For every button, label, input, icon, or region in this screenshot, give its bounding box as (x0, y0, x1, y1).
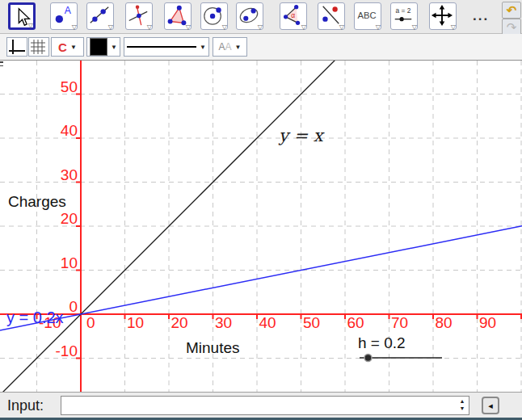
color-swatch-black (90, 38, 107, 56)
input-history-spinner[interactable]: ▲ ▼ (457, 397, 467, 414)
point-capturing-dropdown[interactable]: C ▼ (51, 37, 84, 57)
svg-text:A: A (65, 5, 72, 16)
polygon-icon (166, 4, 188, 27)
y-tick-label: -10 (56, 342, 78, 359)
circle-icon (202, 4, 225, 27)
ellipse-tool-button[interactable]: ▽ (236, 2, 263, 30)
tool-dropdown-icon[interactable]: ▽ (222, 24, 227, 31)
tool-dropdown-icon[interactable]: ▽ (376, 24, 381, 31)
style-bar: C ▼ ▼ ▼ AA ▼ (0, 34, 522, 61)
graphics-view[interactable]: -100102030405060708090-1001020304050 y =… (0, 61, 522, 392)
label-y-equals-x[interactable]: y = x (278, 126, 325, 145)
x-tick-label: 70 (391, 314, 408, 331)
slider-icon: a = 2 (392, 4, 415, 27)
move-graphics-tool-button[interactable]: ▽ (429, 2, 457, 30)
more-tools-button[interactable]: ... (473, 8, 489, 24)
tool-dropdown-icon[interactable]: ▽ (186, 24, 191, 31)
redo-button[interactable]: ↷ (502, 19, 521, 36)
y-tick-label: 30 (61, 166, 78, 183)
perpendicular-line-icon (127, 4, 149, 27)
caret-down-icon: ▼ (200, 44, 206, 51)
svg-text:a = 2: a = 2 (396, 6, 411, 15)
caret-down-icon: ▼ (70, 44, 77, 51)
y-tick-label: 50 (61, 78, 78, 95)
y-tick-label: 10 (61, 254, 78, 271)
text-tool-button[interactable]: ABC ▽ (354, 2, 381, 30)
tool-dropdown-icon[interactable]: ▽ (72, 24, 77, 31)
line-tool-button[interactable]: ▽ (86, 2, 114, 30)
angle-icon: α (281, 4, 304, 27)
tool-dropdown-icon[interactable]: ▽ (108, 24, 113, 31)
undo-icon: ↶ (507, 3, 517, 17)
svg-text:α: α (291, 11, 295, 19)
label-y-equals-0.2x[interactable]: y = 0.2x (6, 309, 64, 326)
input-label: Input: (7, 397, 44, 414)
spinner-up-icon[interactable]: ▲ (457, 397, 467, 405)
line-icon (88, 4, 111, 27)
color-dropdown[interactable]: ▼ (86, 37, 120, 57)
axes-icon (7, 38, 27, 56)
tool-dropdown-icon[interactable]: ▽ (258, 24, 263, 31)
tool-dropdown-icon[interactable]: ▽ (147, 24, 152, 31)
x-tick-label: 30 (215, 314, 232, 331)
main-toolbar: ▽ A ▽ ▽ ▽ ▽ (0, 0, 522, 34)
slider-tool-button[interactable]: a = 2 ▽ (390, 2, 418, 30)
y-tick-label: 20 (61, 210, 78, 227)
graph-canvas: -100102030405060708090-1001020304050 y =… (0, 61, 522, 392)
line-style-sample (127, 46, 196, 48)
point-tool-button[interactable]: A ▽ (50, 2, 78, 30)
line-style-dropdown[interactable]: ▼ (124, 37, 209, 57)
x-axis-title[interactable]: Minutes (186, 339, 240, 356)
circle-tool-button[interactable]: ▽ (200, 2, 228, 30)
x-tick-label: 20 (171, 314, 188, 331)
x-tick-label: 50 (303, 314, 320, 331)
caret-down-icon: ▼ (235, 44, 242, 51)
input-bar: Input: ▲ ▼ ◂ (0, 392, 522, 418)
x-tick-label: 40 (259, 314, 276, 331)
x-tick-label: 80 (436, 314, 453, 331)
tick-label-layer: -100102030405060708090-1001020304050 (39, 78, 496, 359)
tool-dropdown-icon[interactable]: ▽ (339, 24, 344, 31)
x-tick-label: 60 (347, 314, 364, 331)
spinner-down-icon[interactable]: ▼ (457, 405, 467, 412)
angle-tool-button[interactable]: α ▽ (280, 2, 307, 30)
show-grid-button[interactable] (28, 37, 49, 57)
font-size-icon: AA (219, 41, 232, 52)
svg-text:ABC: ABC (357, 10, 376, 20)
slider-knob[interactable] (364, 355, 372, 362)
algebra-input-field[interactable] (61, 396, 469, 415)
tool-dropdown-icon[interactable]: ▽ (28, 23, 33, 29)
perpendicular-line-tool-button[interactable]: ▽ (125, 2, 153, 30)
caret-down-icon: ▼ (111, 44, 117, 51)
grid-icon (29, 38, 48, 56)
move-arrows-icon (431, 4, 453, 27)
redo-icon: ↷ (507, 20, 517, 34)
ellipse-icon (238, 4, 260, 27)
point-icon: A (52, 4, 74, 27)
tool-dropdown-icon[interactable]: ▽ (451, 24, 456, 31)
point-capturing-icon: C (58, 40, 67, 54)
y-tick-label: 40 (61, 122, 78, 139)
input-help-toggle-button[interactable]: ◂ (482, 397, 499, 414)
show-axes-button[interactable] (6, 37, 27, 57)
font-style-dropdown[interactable]: AA ▼ (213, 37, 247, 57)
panel-divider-grip[interactable] (0, 61, 3, 66)
reflect-tool-button[interactable]: ▽ (318, 2, 345, 30)
toggle-left-icon: ◂ (488, 401, 493, 410)
y-tick-label: 0 (69, 298, 78, 315)
reflect-icon (319, 4, 342, 27)
polygon-tool-button[interactable]: ▽ (164, 2, 192, 30)
y-axis-title[interactable]: Charges (8, 193, 66, 210)
x-tick-label: 10 (127, 314, 144, 331)
x-tick-label: 0 (86, 314, 95, 331)
move-pointer-tool-button[interactable]: ▽ (8, 2, 36, 30)
undo-button[interactable]: ↶ (502, 2, 521, 19)
tool-dropdown-icon[interactable]: ▽ (301, 24, 306, 31)
x-tick-label: 90 (479, 314, 496, 331)
slider-label[interactable]: h = 0.2 (358, 334, 406, 351)
tool-dropdown-icon[interactable]: ▽ (412, 24, 417, 31)
text-abc-icon: ABC (356, 4, 378, 27)
